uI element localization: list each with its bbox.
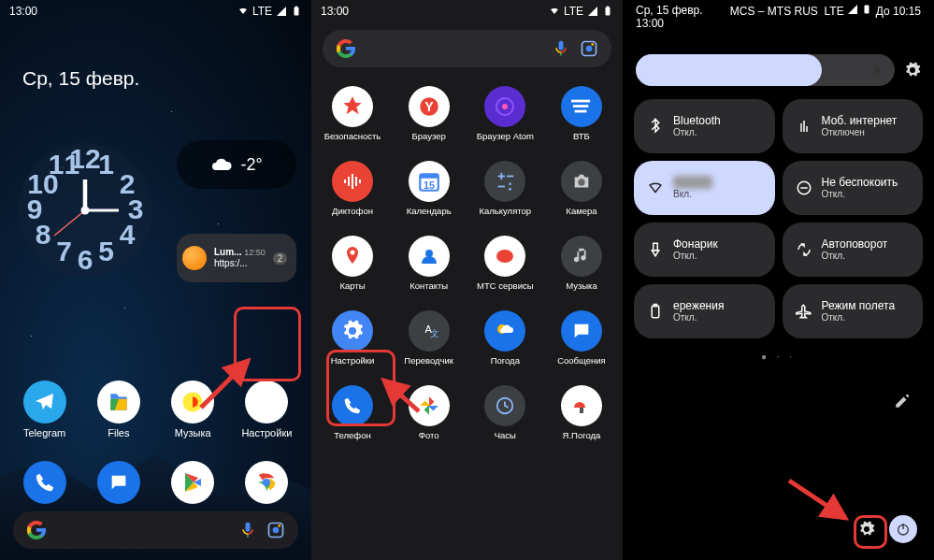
- svg-rect-32: [592, 43, 595, 46]
- google-g-icon: [26, 520, 47, 540]
- status-time: 13:00: [321, 5, 349, 18]
- weather-widget[interactable]: -2°: [177, 140, 296, 189]
- lte-label: LTE: [564, 5, 583, 18]
- data-icon: [796, 118, 812, 135]
- qs-date: Ср, 15 февр.: [636, 4, 703, 17]
- app-settings[interactable]: Настройки: [233, 381, 300, 438]
- svg-rect-26: [279, 524, 281, 527]
- lens-icon[interactable]: [266, 521, 285, 539]
- arrow-annotation: [784, 476, 859, 532]
- svg-text:5: 5: [98, 236, 114, 266]
- drawer-app-Погода[interactable]: Погода: [471, 310, 539, 385]
- svg-rect-29: [607, 7, 609, 8]
- dock-messages[interactable]: [85, 461, 152, 504]
- highlight-settings-drawer: [326, 350, 395, 426]
- qs-power-button[interactable]: [889, 515, 917, 543]
- brightness-slider[interactable]: [636, 54, 921, 86]
- qs-time: 13:00: [636, 17, 703, 30]
- qs-tile-battery[interactable]: ереженияОткл.: [634, 284, 775, 338]
- signal-icon: [587, 6, 598, 17]
- lens-icon[interactable]: [580, 39, 598, 58]
- qs-carrier: MCS – MTS RUS: [730, 5, 818, 18]
- drawer-app-Контакты[interactable]: Контакты: [395, 236, 463, 310]
- svg-line-71: [881, 74, 883, 76]
- drawer-app-Браузер Atom[interactable]: Браузер Atom: [471, 86, 539, 161]
- drawer-app-Фото[interactable]: Фото: [395, 385, 463, 460]
- drawer-app-Переводчик[interactable]: A文Переводчик: [395, 310, 463, 385]
- wifi-icon: [647, 179, 664, 196]
- svg-rect-76: [654, 243, 658, 251]
- svg-point-36: [502, 104, 508, 109]
- drawer-app-Календарь[interactable]: 15Календарь: [395, 161, 463, 236]
- svg-text:1: 1: [98, 149, 114, 179]
- home-date[interactable]: Ср, 15 февр.: [22, 67, 139, 90]
- drawer-app-Сообщения[interactable]: Сообщения: [548, 310, 615, 385]
- drawer-app-Диктофон[interactable]: Диктофон: [319, 161, 386, 236]
- edit-icon[interactable]: [894, 393, 911, 409]
- qs-lte: LTE: [825, 5, 844, 18]
- clock-widget[interactable]: 12111 234 1098 567: [15, 140, 155, 280]
- brightness-settings-icon[interactable]: [904, 62, 921, 79]
- notif-title: Lum...: [214, 247, 241, 257]
- app-music[interactable]: Музыка: [159, 381, 226, 438]
- google-g-icon: [336, 38, 356, 59]
- svg-line-73: [872, 74, 874, 76]
- svg-point-55: [351, 251, 355, 255]
- google-search-bar[interactable]: [13, 511, 298, 549]
- drawer-app-Я.Погода[interactable]: Я.Погода: [548, 385, 615, 460]
- qs-tile-plane[interactable]: Режим полетаОткл.: [783, 284, 924, 338]
- page-indicator: ● · ·: [623, 352, 934, 362]
- dock-chrome[interactable]: [233, 461, 300, 504]
- qs-tiles: BluetoothОткл.Моб. интернетОтключенxxxxx…: [634, 99, 923, 338]
- qs-tile-flash[interactable]: ФонарикОткл.: [634, 223, 775, 277]
- drawer-app-Калькулятор[interactable]: Калькулятор: [471, 161, 539, 236]
- signal-icon: [847, 4, 858, 15]
- notif-count-badge: 2: [273, 252, 288, 265]
- qs-tile-data[interactable]: Моб. интернетОтключен: [783, 99, 924, 153]
- battery-icon: [647, 303, 664, 320]
- drawer-app-Часы[interactable]: Часы: [471, 385, 539, 460]
- notif-time: 12:50: [244, 248, 266, 257]
- drawer-app-Камера[interactable]: Камера: [548, 161, 615, 236]
- highlight-qs-gear: [854, 515, 887, 549]
- app-icon-orange: [182, 246, 207, 270]
- weather-temp: -2°: [240, 155, 262, 175]
- svg-point-18: [81, 207, 90, 215]
- svg-rect-64: [865, 6, 869, 14]
- svg-rect-77: [652, 306, 659, 318]
- drawer-app-Безопасность[interactable]: Безопасность: [319, 86, 386, 161]
- svg-text:8: 8: [36, 219, 51, 250]
- svg-text:Y: Y: [424, 99, 434, 114]
- qs-tile-wifi[interactable]: xxxxxxxВкл.: [634, 161, 775, 215]
- app-grid[interactable]: БезопасностьYБраузерБраузер AtomВТБДикто…: [311, 80, 623, 560]
- svg-rect-44: [359, 179, 361, 183]
- notif-subtitle: https:/...: [214, 258, 248, 268]
- svg-point-52: [509, 182, 511, 185]
- svg-rect-42: [352, 174, 353, 189]
- notification-widget[interactable]: Lum... 12:50 https:/... 2: [177, 234, 296, 282]
- svg-line-70: [872, 65, 874, 67]
- svg-text:6: 6: [78, 244, 93, 275]
- dock-play[interactable]: [159, 461, 226, 504]
- dock-phone[interactable]: [11, 461, 79, 504]
- svg-text:4: 4: [120, 219, 136, 250]
- drawer-search-bar[interactable]: [323, 30, 611, 67]
- drawer-app-Браузер[interactable]: YБраузер: [395, 86, 463, 161]
- qs-tile-rotate[interactable]: АвтоповоротОткл.: [783, 223, 924, 277]
- svg-rect-62: [580, 408, 583, 413]
- quick-settings-panel: Ср, 15 февр. 13:00 MCS – MTS RUS LTE До …: [623, 0, 934, 560]
- drawer-app-МТС сервисы[interactable]: МТС сервисы: [471, 236, 539, 310]
- qs-tile-dnd[interactable]: Не беспокоитьОткл.: [783, 161, 924, 215]
- drawer-app-Музыка[interactable]: Музыка: [548, 236, 615, 310]
- drawer-app-ВТБ[interactable]: ВТБ: [548, 86, 615, 161]
- app-telegram[interactable]: Telegram: [11, 381, 79, 438]
- svg-text:7: 7: [56, 236, 72, 266]
- qs-tile-bt[interactable]: BluetoothОткл.: [634, 99, 775, 153]
- mic-icon[interactable]: [238, 521, 257, 539]
- app-files[interactable]: Files: [85, 381, 152, 438]
- mic-icon[interactable]: [552, 39, 570, 58]
- svg-text:文: 文: [430, 328, 439, 338]
- drawer-app-Карты[interactable]: Карты: [319, 236, 386, 310]
- highlight-settings-home: [234, 307, 301, 381]
- home-screen: 13:00 LTE Ср, 15 февр. -2° 12111 234 109…: [0, 0, 311, 560]
